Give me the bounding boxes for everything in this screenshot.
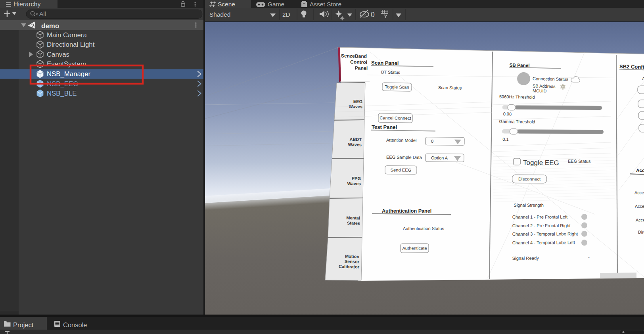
svg-text:Authenticate: Authenticate	[402, 246, 427, 250]
svg-text:0: 0	[371, 11, 375, 19]
svg-text:EEG Sample Data: EEG Sample Data	[386, 155, 422, 160]
svg-text:Acce: Acce	[634, 190, 644, 195]
svg-text:Channel 1 - Pre Frontal Left: Channel 1 - Pre Frontal Left	[512, 215, 568, 219]
svg-text:Acce: Acce	[635, 204, 644, 209]
svg-text:Asset Store: Asset Store	[310, 1, 341, 8]
svg-text:Authentication Panel: Authentication Panel	[382, 208, 431, 214]
svg-text:Scene: Scene	[218, 1, 235, 8]
svg-text:MCUID: MCUID	[533, 88, 547, 94]
svg-text:Send EEG: Send EEG	[391, 167, 412, 172]
svg-text:Shaded: Shaded	[209, 11, 230, 18]
svg-text:-: -	[588, 254, 590, 260]
svg-text:Channel 3 - Temporal Lobe Righ: Channel 3 - Temporal Lobe Right	[512, 231, 578, 236]
svg-text:Gamma Threshold: Gamma Threshold	[499, 119, 535, 124]
svg-text:0.1: 0.1	[502, 137, 508, 142]
svg-text:Toggle Scan: Toggle Scan	[385, 84, 409, 90]
svg-text:PPG: PPG	[352, 176, 361, 181]
svg-text:EventSystem: EventSystem	[47, 60, 86, 68]
svg-text:Calibrator: Calibrator	[339, 264, 360, 269]
svg-text:NSB_Manager: NSB_Manager	[47, 70, 90, 78]
svg-text:Motion: Motion	[345, 254, 360, 259]
svg-text:SenzeBand: SenzeBand	[341, 53, 367, 59]
svg-text:Waves: Waves	[348, 142, 362, 147]
svg-text:SB Address: SB Address	[533, 84, 556, 89]
svg-text:Channel 4 - Temporal Lobe Left: Channel 4 - Temporal Lobe Left	[512, 240, 575, 245]
svg-text:Signal Strength: Signal Strength	[514, 203, 544, 207]
svg-text:ABDT: ABDT	[349, 137, 362, 142]
svg-text:0: 0	[431, 139, 433, 144]
svg-text:Acc: Acc	[636, 168, 644, 173]
svg-text:Mental: Mental	[346, 215, 360, 221]
svg-text:Directional Light: Directional Light	[47, 41, 95, 48]
svg-text:NSB_BLE: NSB_BLE	[47, 90, 77, 97]
svg-text:Hierarchy: Hierarchy	[13, 1, 40, 8]
svg-text:A: A	[642, 76, 644, 81]
svg-text:Panel: Panel	[355, 65, 368, 71]
svg-text:5060Hz Threshold: 5060Hz Threshold	[499, 94, 535, 100]
svg-text:States: States	[347, 221, 360, 226]
svg-text:Disconnect: Disconnect	[518, 177, 541, 181]
svg-text:Connection Status: Connection Status	[533, 76, 569, 82]
svg-text:Signal Ready: Signal Ready	[512, 256, 539, 261]
svg-text:2D: 2D	[282, 11, 290, 18]
svg-text:Toggle EEG: Toggle EEG	[523, 159, 559, 167]
svg-text:Acce: Acce	[636, 217, 644, 222]
svg-text:Project: Project	[13, 321, 34, 328]
svg-text:Test Panel: Test Panel	[372, 124, 397, 131]
svg-text:BT Status: BT Status	[381, 70, 401, 75]
svg-text:Cancel Connect: Cancel Connect	[380, 115, 412, 121]
svg-text:All: All	[39, 10, 46, 17]
svg-text:Scan Status: Scan Status	[438, 85, 462, 90]
svg-text:0.08: 0.08	[503, 111, 512, 116]
svg-text:demo: demo	[41, 22, 59, 30]
svg-text:EEG Status: EEG Status	[568, 159, 591, 163]
svg-text:Waves: Waves	[347, 181, 361, 186]
svg-text:Channel 2 - Pre Frontal Right: Channel 2 - Pre Frontal Right	[512, 223, 571, 228]
svg-text:Main Camera: Main Camera	[47, 31, 87, 39]
svg-text:Authentication Status: Authentication Status	[403, 226, 444, 231]
svg-text:Option A: Option A	[431, 155, 448, 160]
svg-text:Dire: Dire	[638, 230, 644, 234]
svg-text:Console: Console	[63, 321, 87, 328]
svg-text:Sensor: Sensor	[345, 259, 360, 264]
svg-text:Control: Control	[350, 59, 367, 65]
svg-text:Attention Model: Attention Model	[386, 138, 417, 143]
svg-text:Game: Game	[268, 1, 284, 8]
svg-text:EEG: EEG	[353, 99, 362, 104]
svg-text:Canvas: Canvas	[47, 51, 69, 58]
